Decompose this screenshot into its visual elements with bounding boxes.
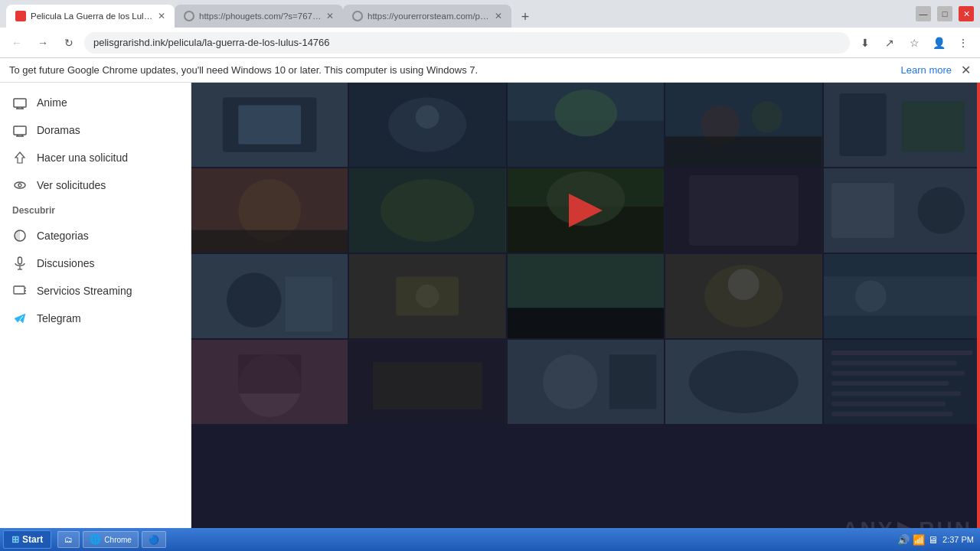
- svg-rect-77: [831, 371, 965, 376]
- tab-close-1[interactable]: ✕: [158, 11, 165, 21]
- speaker-icon[interactable]: 🔊: [897, 534, 910, 546]
- svg-point-48: [917, 187, 964, 233]
- sidebar-solicitud-label: Hacer una solicitud: [37, 152, 128, 164]
- notification-bar: To get future Google Chrome updates, you…: [0, 58, 980, 83]
- taskbar-right: 🔊 📶 🖥 2:37 PM: [897, 534, 974, 546]
- grid-cell-3-3[interactable]: [508, 254, 664, 338]
- minimize-button[interactable]: —: [916, 6, 931, 21]
- back-button[interactable]: ←: [6, 32, 28, 54]
- telegram-icon: [12, 311, 28, 326]
- grid-cell-4-1[interactable]: [191, 340, 348, 424]
- grid-cell-2-5[interactable]: [824, 168, 980, 253]
- maximize-button[interactable]: □: [937, 6, 952, 21]
- sidebar-item-streaming[interactable]: Servicios Streaming: [0, 277, 191, 305]
- forward-button[interactable]: →: [32, 32, 54, 54]
- svg-rect-32: [665, 136, 822, 167]
- svg-rect-57: [508, 308, 664, 338]
- explorer-icon: 🗂: [64, 535, 73, 544]
- network-icon[interactable]: 📶: [913, 534, 925, 546]
- main-layout: Anime Doramas Hacer una solicitud: [0, 83, 980, 549]
- svg-point-60: [728, 269, 760, 300]
- tab-inactive-3[interactable]: https://yourerrorsteam.com/p/?a=d... ✕: [343, 5, 511, 28]
- svg-rect-78: [831, 381, 949, 386]
- tab-favicon-red: [15, 11, 26, 21]
- address-icons: ⬇ ↗ ☆ 👤 ⋮: [854, 32, 974, 54]
- grid-cell-1-5[interactable]: [824, 83, 980, 167]
- sidebar-item-solicitud[interactable]: Hacer una solicitud: [0, 144, 191, 171]
- grid-cell-3-4[interactable]: [665, 254, 822, 338]
- display-icon[interactable]: 🖥: [928, 534, 938, 546]
- tab-bar: Pelicula La Guerra de los Lulus Espa... …: [6, 0, 910, 28]
- svg-rect-38: [191, 230, 348, 253]
- play-button[interactable]: [569, 194, 603, 227]
- grid-cell-3-2[interactable]: [349, 254, 505, 338]
- svg-rect-35: [902, 101, 965, 152]
- sidebar-item-ver-solicitudes[interactable]: Ver solicitudes: [0, 171, 191, 199]
- grid-cell-2-3-play[interactable]: [508, 168, 664, 253]
- sidebar-item-discusiones[interactable]: Discusiones: [0, 249, 191, 277]
- grid-cell-1-3[interactable]: [508, 83, 664, 167]
- taskbar-time: 2:37 PM: [942, 535, 974, 544]
- sidebar-item-anime[interactable]: Anime: [0, 89, 191, 116]
- grid-cell-4-2[interactable]: [349, 340, 505, 424]
- streaming-icon: [12, 283, 28, 298]
- grid-cell-2-1[interactable]: [191, 168, 348, 253]
- start-label: Start: [22, 534, 43, 545]
- taskbar-system-icons: 🔊 📶 🖥: [897, 534, 938, 546]
- notification-close[interactable]: ✕: [961, 63, 971, 77]
- tab-inactive-2[interactable]: https://phougets.com/?s=76714621... ✕: [175, 5, 343, 28]
- sidebar-item-categorias[interactable]: Categorias: [0, 222, 191, 249]
- share-icon[interactable]: ↗: [879, 32, 900, 54]
- taskbar: ⊞ Start 🗂 🌐 Chrome 🔵 🔊 📶 🖥 2:37 PM: [0, 528, 980, 551]
- svg-rect-79: [831, 391, 961, 396]
- grid-cell-4-3[interactable]: [508, 340, 664, 424]
- svg-line-17: [24, 293, 26, 294]
- start-button[interactable]: ⊞ Start: [3, 530, 51, 549]
- svg-rect-22: [238, 105, 301, 144]
- learn-more-link[interactable]: Learn more: [901, 64, 952, 76]
- grid-cell-1-4[interactable]: [665, 83, 822, 167]
- svg-point-31: [752, 101, 783, 132]
- svg-rect-51: [286, 276, 332, 331]
- sidebar: Anime Doramas Hacer una solicitud: [0, 83, 191, 549]
- tab-close-2[interactable]: ✕: [326, 11, 334, 21]
- grid-cell-4-4[interactable]: [665, 340, 822, 424]
- profile-icon[interactable]: 👤: [928, 32, 949, 54]
- taskbar-ie-item[interactable]: 🔵: [142, 531, 166, 548]
- sidebar-discusiones-label: Discusiones: [37, 257, 94, 269]
- menu-icon[interactable]: ⋮: [952, 32, 974, 54]
- tab-close-3[interactable]: ✕: [495, 11, 502, 21]
- sidebar-categorias-label: Categorias: [37, 230, 89, 242]
- refresh-button[interactable]: ↻: [58, 32, 80, 54]
- mic-icon: [12, 256, 28, 271]
- taskbar-chrome-item[interactable]: 🌐 Chrome: [83, 531, 139, 548]
- grid-cell-3-5[interactable]: [824, 254, 980, 338]
- download-icon[interactable]: ⬇: [854, 32, 876, 54]
- taskbar-explorer-item[interactable]: 🗂: [57, 531, 80, 548]
- add-tab-button[interactable]: +: [514, 6, 536, 28]
- svg-point-10: [18, 184, 21, 187]
- svg-rect-75: [831, 350, 972, 355]
- discover-label: Descubrir: [0, 199, 191, 222]
- url-bar[interactable]: [84, 32, 850, 54]
- tab-active[interactable]: Pelicula La Guerra de los Lulus Espa... …: [6, 5, 175, 28]
- grid-cell-3-1[interactable]: [191, 254, 348, 338]
- grid-cell-4-5[interactable]: [824, 340, 980, 424]
- svg-marker-8: [15, 152, 24, 163]
- svg-point-50: [227, 272, 282, 328]
- close-button[interactable]: ✕: [959, 6, 974, 21]
- svg-rect-4: [14, 126, 26, 135]
- sidebar-item-doramas[interactable]: Doramas: [0, 116, 191, 144]
- grid-cell-2-4[interactable]: [665, 168, 822, 253]
- svg-point-73: [689, 350, 799, 413]
- svg-rect-62: [824, 276, 980, 315]
- sidebar-anime-label: Anime: [37, 96, 67, 109]
- grid-cell-1-1[interactable]: [191, 83, 348, 167]
- image-grid: [191, 83, 980, 424]
- grid-cell-1-2[interactable]: [349, 83, 505, 167]
- tab-favicon-2: [184, 11, 194, 21]
- svg-rect-47: [831, 183, 894, 238]
- grid-cell-2-2[interactable]: [349, 168, 505, 253]
- bookmark-icon[interactable]: ☆: [903, 32, 925, 54]
- sidebar-item-telegram[interactable]: Telegram: [0, 305, 191, 332]
